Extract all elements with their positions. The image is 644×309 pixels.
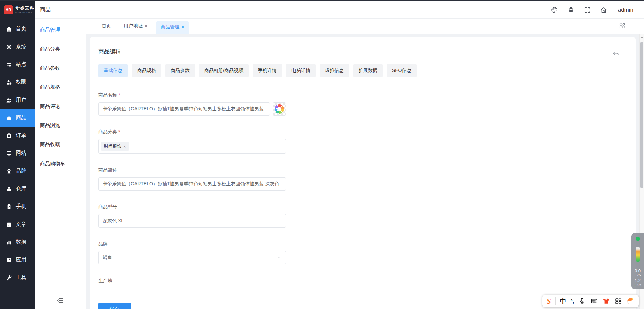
submenu-item[interactable]: 商品评论 bbox=[35, 97, 86, 116]
color-wheel-center bbox=[277, 107, 281, 111]
sidebar-item-goods[interactable]: 商品 bbox=[0, 109, 35, 127]
field-label-text: 品牌 bbox=[98, 241, 108, 247]
form-group: 商品分类*时尚服饰× bbox=[98, 129, 627, 154]
sidebar-item-website[interactable]: 网站 bbox=[0, 144, 35, 162]
submenu-item[interactable]: 商品参数 bbox=[35, 59, 86, 78]
section-tab[interactable]: 商品参数 bbox=[165, 64, 195, 77]
sidebar-item-label: 首页 bbox=[16, 25, 26, 33]
submenu-item[interactable]: 商品浏览 bbox=[35, 116, 86, 135]
submenu-item[interactable]: 商品购物车 bbox=[35, 154, 86, 173]
select-value: 鳄鱼 bbox=[103, 255, 112, 261]
divider bbox=[634, 265, 642, 265]
home-icon[interactable] bbox=[600, 6, 607, 14]
section-tab[interactable]: 商品相册/商品视频 bbox=[199, 64, 249, 77]
fullscreen-icon[interactable] bbox=[584, 6, 591, 14]
color-picker-button[interactable] bbox=[273, 102, 286, 116]
website-icon bbox=[6, 150, 12, 157]
field-label-text: 商品型号 bbox=[98, 204, 117, 210]
submenu-item[interactable]: 商品分类 bbox=[35, 40, 86, 59]
scrollbar-thumb[interactable] bbox=[640, 42, 643, 188]
sidebar-item-users[interactable]: 用户 bbox=[0, 91, 35, 109]
field-input[interactable] bbox=[98, 177, 286, 191]
emoji-assistant-icon[interactable] bbox=[627, 297, 634, 305]
field-label: 品牌 bbox=[98, 241, 627, 247]
upload-unit: ↑ K/s bbox=[634, 273, 641, 277]
required-mark: * bbox=[118, 92, 120, 98]
tab[interactable]: 用户地址× bbox=[120, 23, 151, 34]
section-tab[interactable]: 电脑详情 bbox=[286, 64, 316, 77]
sidebar-collapse-button[interactable] bbox=[56, 296, 65, 305]
status-dot bbox=[636, 237, 640, 241]
sidebar-item-site[interactable]: 站点 bbox=[0, 56, 35, 73]
gear-icon bbox=[6, 44, 12, 50]
sidebar-item-permission[interactable]: 权限 bbox=[0, 73, 35, 91]
user-menu[interactable]: admin bbox=[618, 7, 633, 13]
section-tab[interactable]: 基础信息 bbox=[98, 64, 128, 77]
category-select-box[interactable]: 时尚服饰× bbox=[98, 139, 286, 154]
section-tab[interactable]: 虚拟信息 bbox=[320, 64, 349, 77]
sidebar-item-label: 仓库 bbox=[16, 185, 26, 192]
section-tab[interactable]: 手机详情 bbox=[253, 64, 282, 77]
sidebar-item-label: 应用 bbox=[16, 256, 26, 263]
ime-punctuation-toggle[interactable]: °, bbox=[571, 298, 574, 304]
sidebar-item-data[interactable]: 数据 bbox=[0, 233, 35, 251]
sidebar-item-gear[interactable]: 系统 bbox=[0, 38, 35, 56]
category-tag-label: 时尚服饰 bbox=[104, 143, 121, 149]
brand-logo[interactable]: HR 华睿云科 HUARUIYUNKE bbox=[0, 0, 35, 19]
tab-close-icon[interactable]: × bbox=[145, 23, 147, 29]
home-icon bbox=[6, 26, 12, 33]
sidebar-item-order[interactable]: 订单 bbox=[0, 127, 35, 144]
microphone-icon[interactable] bbox=[578, 297, 586, 305]
sidebar-item-warehouse[interactable]: 仓库 bbox=[0, 180, 35, 198]
ime-apps-grid-icon[interactable] bbox=[614, 297, 622, 305]
save-button[interactable]: 保存 bbox=[98, 303, 131, 309]
order-icon bbox=[6, 132, 12, 139]
submenu-item-label: 商品分类 bbox=[40, 46, 60, 52]
brand-select[interactable]: 鳄鱼 bbox=[98, 251, 286, 264]
tab[interactable]: 商品管理× bbox=[156, 21, 189, 34]
skin-shirt-icon[interactable] bbox=[602, 297, 610, 305]
sogou-logo-icon[interactable]: S bbox=[547, 297, 551, 305]
sidebar-item-label: 用户 bbox=[16, 97, 26, 104]
tab[interactable]: 首页 bbox=[98, 23, 115, 34]
required-mark: * bbox=[118, 129, 120, 135]
sidebar-item-phone[interactable]: 手机 bbox=[0, 198, 35, 215]
tab-close-icon[interactable]: × bbox=[181, 24, 184, 30]
theme-palette-icon[interactable] bbox=[551, 6, 558, 14]
submenu-item-label: 商品规格 bbox=[40, 84, 60, 90]
scrollbar-up-arrow[interactable] bbox=[641, 36, 643, 38]
submenu-item[interactable]: 商品管理 bbox=[35, 20, 86, 40]
apps-icon bbox=[6, 257, 12, 263]
sidebar-item-brand[interactable]: 品牌 bbox=[0, 162, 35, 180]
category-tag: 时尚服饰× bbox=[101, 142, 129, 151]
keyboard-icon[interactable] bbox=[590, 297, 598, 305]
sidebar-item-tools[interactable]: 工具 bbox=[0, 269, 35, 287]
sidebar-item-article[interactable]: 文章 bbox=[0, 215, 35, 233]
menu-fold-icon bbox=[57, 297, 64, 304]
section-tab[interactable]: 商品规格 bbox=[132, 64, 161, 77]
sidebar-item-apps[interactable]: 应用 bbox=[0, 251, 35, 269]
users-icon bbox=[6, 97, 12, 104]
sidebar-item-label: 商品 bbox=[16, 114, 26, 121]
undo-back-icon[interactable] bbox=[612, 50, 621, 59]
section-tab[interactable]: 扩展数据 bbox=[353, 64, 383, 77]
submenu-item[interactable]: 商品规格 bbox=[35, 78, 86, 97]
brand-name: 华睿云科 bbox=[15, 6, 34, 11]
tab-bar: 首页用户地址×商品管理× bbox=[86, 19, 644, 34]
tab-options-grid-icon[interactable] bbox=[619, 22, 627, 30]
window-top-edge bbox=[0, 0, 644, 1]
submenu-item[interactable]: 商品收藏 bbox=[35, 135, 86, 154]
clear-cache-brush-icon[interactable] bbox=[567, 6, 575, 14]
netspeed-widget[interactable]: 0.0 ↑ K/s 1.2 ↓ K/s bbox=[631, 233, 644, 289]
sidebar-item-label: 数据 bbox=[16, 239, 26, 246]
field-input[interactable] bbox=[98, 214, 286, 228]
sidebar-item-home[interactable]: 首页 bbox=[0, 20, 35, 38]
section-tab[interactable]: SEO信息 bbox=[387, 64, 417, 77]
divider bbox=[634, 244, 642, 244]
ime-language-mode[interactable]: 中 bbox=[560, 297, 566, 305]
field-input[interactable] bbox=[98, 102, 270, 116]
form-group: 商品简述 bbox=[98, 167, 627, 191]
sidebar-item-label: 品牌 bbox=[16, 168, 26, 175]
tag-remove-icon[interactable]: × bbox=[123, 144, 126, 149]
field-control bbox=[98, 214, 627, 228]
